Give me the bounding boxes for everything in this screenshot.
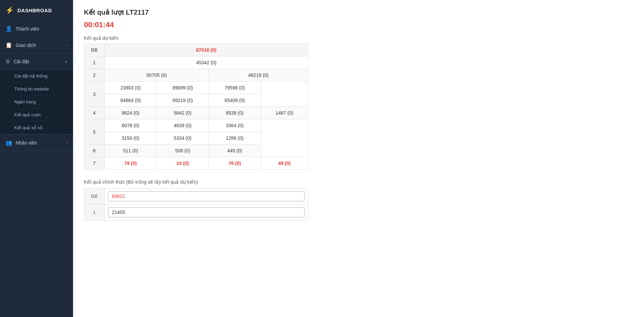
sidebar-title: DASHBROAD (17, 7, 52, 13)
sidebar-item-nhan-vien[interactable]: 👥 Nhân viên › (0, 135, 73, 151)
row7-val4: 49 (0) (261, 157, 308, 170)
row7-val1: 79 (0) (105, 157, 157, 170)
row2-val2: 48216 (0) (209, 69, 308, 82)
official-input-1[interactable] (108, 207, 304, 217)
chevron-right-icon: › (66, 43, 68, 48)
row3-val3: 79598 (0) (209, 82, 261, 94)
sidebar-item-ket-qua-cuoc[interactable]: Kết quả cược (0, 109, 73, 121)
table-row-4: 4 9824 (0) 5842 (0) 8538 (0) 1487 (0) (84, 107, 308, 119)
chevron-right-icon-2: › (66, 140, 68, 145)
official-results-table: ĐB 1 (84, 188, 308, 220)
row5-val3: 3364 (0) (209, 119, 261, 132)
official-label: Kết quả chính thức (Bỏ trống sẽ lấy kết … (84, 179, 633, 185)
gear-icon: ⚙ (5, 58, 10, 65)
table-row-5b: 3150 (0) 5334 (0) 1286 (0) (84, 132, 308, 145)
row3-val2: 89099 (0) (157, 82, 209, 94)
sidebar-item-ket-qua-xo-so[interactable]: Kết quả xổ số (0, 121, 73, 134)
giao-dich-icon: 📋 (5, 42, 12, 48)
row5-val6: 1286 (0) (209, 132, 261, 145)
row3-val6: 65409 (0) (209, 94, 261, 107)
table-row-5a: 5 6078 (0) 4639 (0) 3364 (0) (84, 119, 308, 132)
row5-val1: 6078 (0) (105, 119, 157, 132)
chevron-down-icon: ∨ (65, 59, 68, 64)
official-row-1: 1 (84, 204, 308, 220)
lightning-icon: ⚡ (5, 6, 14, 14)
row7-val3: 76 (0) (209, 157, 261, 170)
row6-val3: 449 (0) (209, 145, 261, 157)
page-title: Kết quả lượt LT2117 (84, 8, 633, 16)
official-input-db[interactable] (108, 191, 304, 201)
table-row-db: ĐB 87016 (0) (84, 44, 308, 56)
row4-val4: 1487 (0) (261, 107, 308, 119)
row3-val4: 64664 (0) (105, 94, 157, 107)
sidebar-item-ngan-hang[interactable]: Ngân hàng (0, 96, 73, 109)
sidebar-label-cai-dat: Cài đặt (14, 59, 29, 64)
sidebar-item-thong-tin-website[interactable]: Thông tin website (0, 83, 73, 96)
row6-val1: 511 (0) (105, 145, 157, 157)
sidebar-item-thanh-vien[interactable]: 👤 Thành viên (0, 21, 73, 37)
sidebar-item-cai-dat[interactable]: ⚙ Cài đặt ∨ (0, 53, 73, 70)
expected-label: Kết quả dự kiến (84, 35, 633, 41)
table-row-3a: 3 23903 (0) 89099 (0) 79598 (0) (84, 82, 308, 94)
sidebar-nav: 👤 Thành viên 📋 Giao dịch › ⚙ Cài đặt ∨ C… (0, 21, 73, 317)
cai-dat-submenu: Cài đặt hệ thống Thông tin website Ngân … (0, 70, 73, 135)
user-icon: 👤 (5, 26, 12, 32)
row1-value: 45342 (0) (105, 56, 308, 69)
sidebar-label-giao-dich: Giao dịch (16, 43, 36, 48)
row-label-db: ĐB (84, 44, 105, 56)
main-content: Kết quả lượt LT2117 00:01:44 Kết quả dự … (73, 0, 644, 317)
row5-val5: 5334 (0) (157, 132, 209, 145)
sidebar-header: ⚡ DASHBROAD (0, 0, 73, 21)
expected-results-table: ĐB 87016 (0) 1 45342 (0) 2 50705 (0) 482… (84, 44, 308, 170)
row6-val2: 508 (0) (157, 145, 209, 157)
nhan-vien-icon: 👥 (5, 139, 12, 146)
row4-val3: 8538 (0) (209, 107, 261, 119)
sidebar-label-thanh-vien: Thành viên (16, 26, 39, 32)
table-row-7: 7 79 (0) 10 (0) 76 (0) 49 (0) (84, 157, 308, 170)
table-row-3b: 64664 (0) 69219 (0) 65409 (0) (84, 94, 308, 107)
row5-val2: 4639 (0) (157, 119, 209, 132)
table-row-2: 2 50705 (0) 48216 (0) (84, 69, 308, 82)
row2-val1: 50705 (0) (105, 69, 209, 82)
table-row-1: 1 45342 (0) (84, 56, 308, 69)
official-row-db: ĐB (84, 188, 308, 204)
row5-val4: 3150 (0) (105, 132, 157, 145)
row4-val2: 5842 (0) (157, 107, 209, 119)
sidebar-item-cai-dat-he-thong[interactable]: Cài đặt hệ thống (0, 70, 73, 83)
sidebar-item-giao-dich[interactable]: 📋 Giao dịch › (0, 37, 73, 53)
row7-val2: 10 (0) (157, 157, 209, 170)
timer-display: 00:01:44 (84, 20, 633, 29)
sidebar: ⚡ DASHBROAD 👤 Thành viên 📋 Giao dịch › ⚙… (0, 0, 73, 317)
sidebar-label-nhan-vien: Nhân viên (16, 140, 37, 146)
row4-val1: 9824 (0) (105, 107, 157, 119)
row3-val5: 69219 (0) (157, 94, 209, 107)
row3-val1: 23903 (0) (105, 82, 157, 94)
db-value: 87016 (0) (105, 44, 308, 56)
table-row-6: 6 511 (0) 508 (0) 449 (0) (84, 145, 308, 157)
